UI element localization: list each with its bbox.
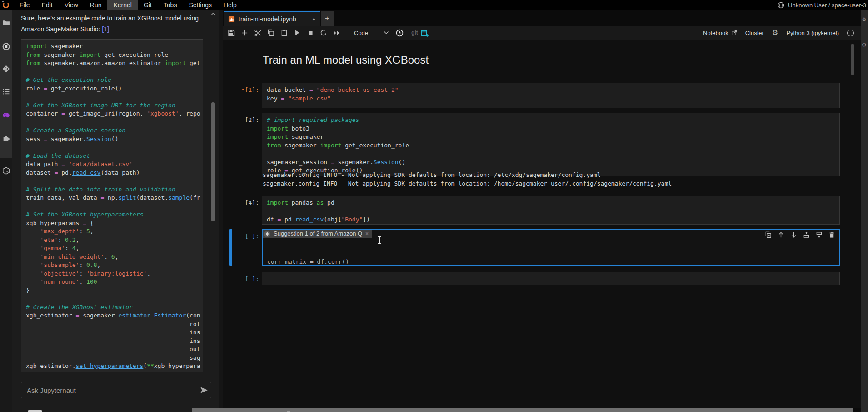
- menu-item-tabs[interactable]: Tabs: [158, 0, 183, 10]
- code-line: data_bucket = "demo-bucket-us-east-2": [267, 86, 835, 95]
- menu-item-kernel[interactable]: Kernel: [107, 0, 137, 10]
- code-line: [26, 118, 203, 127]
- kernel-usage-button[interactable]: [395, 29, 404, 37]
- gear-icon[interactable]: ⚙: [772, 29, 778, 37]
- chat-input[interactable]: [21, 387, 197, 394]
- code-line: from sagemaker import get_execution_role: [26, 51, 203, 60]
- user-area[interactable]: Unknown User / space-user-3: [778, 2, 868, 9]
- code-line: 'gamma': 4,: [26, 244, 203, 253]
- code-line: [267, 150, 835, 158]
- code-line: [26, 202, 203, 211]
- insert-cell-above-icon[interactable]: [803, 231, 810, 238]
- code-cell[interactable]: # import required packagesimport boto3im…: [262, 113, 840, 176]
- code-line: [26, 295, 203, 303]
- suggestion-popup: Suggestion 1 of 2 from Amazon Q ×: [263, 230, 372, 238]
- code-cell[interactable]: data_bucket = "demo-bucket-us-east-2"key…: [262, 83, 840, 108]
- notebook-scrollbar-thumb[interactable]: [851, 44, 854, 75]
- active-code-cell[interactable]: corr_matrix = df.corr() Suggestion 1 of …: [262, 229, 840, 266]
- table-of-contents-icon[interactable]: [2, 88, 10, 95]
- restart-run-all-button[interactable]: [333, 29, 341, 37]
- suggestion-cycler-icon[interactable]: [264, 231, 270, 237]
- chat-code-block: import sagemakerfrom sagemaker import ge…: [21, 39, 203, 372]
- kernel-name[interactable]: Python 3 (ipykernel): [786, 30, 839, 36]
- citation-link[interactable]: [1]: [102, 25, 109, 33]
- panel-splitter[interactable]: [219, 10, 223, 412]
- file-browser-icon[interactable]: [2, 19, 10, 27]
- code-line: import pandas as pd: [267, 199, 835, 207]
- git-toolbar-label[interactable]: git: [411, 30, 418, 36]
- code-line: [26, 143, 203, 152]
- git-icon[interactable]: [2, 65, 10, 73]
- cell-prompt: [ ]:: [223, 233, 259, 240]
- send-button[interactable]: [197, 385, 211, 395]
- kernel-status-icon[interactable]: [847, 30, 854, 36]
- paste-cells-button[interactable]: [280, 29, 288, 37]
- code-line: 'objective': 'binary:logistic',: [26, 270, 203, 278]
- tab-title: train-ml-model.ipynb: [239, 15, 309, 23]
- code-line: container = get_image_uri(region, 'xgboo…: [26, 110, 203, 118]
- property-inspector-icon[interactable]: ⚙: [862, 16, 867, 23]
- notebook-tab[interactable]: train-ml-model.ipynb ●: [224, 11, 320, 26]
- amazon-q-icon[interactable]: [2, 167, 10, 175]
- cell-type-value: Code: [354, 30, 368, 36]
- menu-item-file[interactable]: File: [14, 0, 36, 10]
- jupyternaut-chat-icon[interactable]: [2, 111, 10, 119]
- code-line: xgb_hyperparams = {: [26, 219, 203, 228]
- cell-toolbar: [765, 231, 835, 238]
- insert-cell-button[interactable]: [240, 29, 249, 37]
- code-line: ins: [26, 328, 203, 337]
- copy-cells-button[interactable]: [267, 29, 275, 37]
- code-line: sagemaker.config INFO - Not applying SDK…: [263, 171, 672, 180]
- menu-item-view[interactable]: View: [59, 0, 84, 10]
- delete-cell-icon[interactable]: [828, 231, 835, 238]
- code-line: key = "sample.csv": [267, 95, 835, 103]
- extensions-icon[interactable]: [2, 134, 10, 142]
- code-line: # import required packages: [267, 116, 835, 125]
- code-line: [26, 68, 203, 76]
- restart-kernel-button[interactable]: [319, 29, 328, 37]
- code-line: # Create the XGBoost estimator: [26, 303, 203, 312]
- insert-cell-below-icon[interactable]: [816, 231, 823, 238]
- duplicate-cell-icon[interactable]: [765, 231, 772, 238]
- code-line: df = pd.read_csv(obj["Body"]): [267, 216, 835, 224]
- cell-prompt: [2]:: [223, 116, 259, 123]
- menu-item-settings[interactable]: Settings: [183, 0, 218, 10]
- right-sidebar-strip: ⚙ ⚙: [861, 10, 868, 412]
- save-button[interactable]: [227, 29, 235, 37]
- code-line: # Create a SageMaker session: [26, 126, 203, 135]
- schedule-notebook-icon[interactable]: [421, 29, 429, 37]
- chat-scrollbar-thumb[interactable]: [211, 102, 215, 221]
- code-line: # Split the data into train and validati…: [26, 186, 203, 194]
- suggestion-close-icon[interactable]: ×: [365, 230, 369, 238]
- interrupt-kernel-button[interactable]: [306, 29, 314, 37]
- menu-item-help[interactable]: Help: [218, 0, 243, 10]
- debugger-icon[interactable]: ⚙: [862, 42, 867, 48]
- running-sessions-icon[interactable]: [2, 43, 10, 50]
- run-cell-button[interactable]: [293, 29, 301, 37]
- move-cell-up-icon[interactable]: [778, 231, 784, 238]
- cell-prompt: [4]:: [223, 199, 259, 206]
- text-cursor: [377, 236, 381, 245]
- empty-code-cell[interactable]: [262, 272, 840, 285]
- move-cell-down-icon[interactable]: [790, 231, 797, 238]
- chat-scroll-up-icon[interactable]: [210, 12, 216, 16]
- menu-item-git[interactable]: Git: [138, 0, 158, 10]
- new-tab-button[interactable]: +: [321, 11, 334, 26]
- code-line: 'eta': 0.2,: [26, 236, 203, 245]
- bottom-scroll-strip[interactable]: [192, 408, 853, 412]
- cell-output: sagemaker.config INFO - Not applying SDK…: [263, 171, 672, 188]
- suggestion-label: Suggestion 1 of 2 from Amazon Q: [274, 230, 362, 238]
- menu-item-edit[interactable]: Edit: [36, 0, 59, 10]
- code-cell[interactable]: import pandas as pd df = pd.read_csv(obj…: [262, 196, 840, 225]
- cut-cells-button[interactable]: [254, 29, 262, 37]
- code-line: data_path = 'data/dataset.csv': [26, 160, 203, 169]
- code-line: sag: [26, 354, 203, 362]
- notebook-link[interactable]: Notebook: [703, 30, 737, 36]
- menu-item-run[interactable]: Run: [84, 0, 108, 10]
- menu-bar: FileEditViewRunKernelGitTabsSettingsHelp…: [0, 0, 868, 10]
- active-cell-collapser[interactable]: [229, 229, 232, 266]
- cell-type-dropdown[interactable]: Code: [354, 30, 389, 36]
- activity-bar: [0, 10, 12, 412]
- notebook-file-icon: [228, 16, 235, 23]
- cluster-link[interactable]: Cluster: [745, 30, 764, 36]
